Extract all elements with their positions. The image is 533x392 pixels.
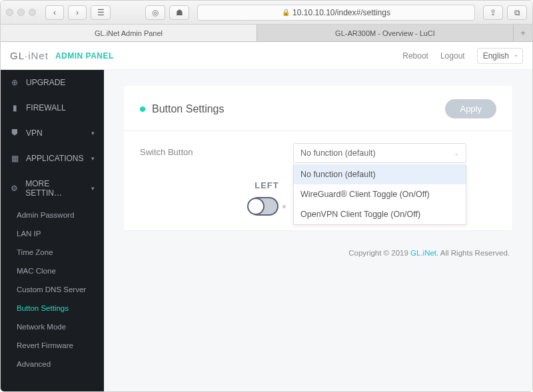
url-text: 10.10.10.10/index#/settings (292, 8, 390, 17)
app-header: GL·iNet ADMIN PANEL Reboot Logout Englis… (1, 42, 532, 70)
forward-button[interactable]: › (68, 5, 87, 20)
sidebar-sub-revert-firmware[interactable]: Revert Firmware (1, 336, 104, 355)
sidebar-sub-lan-ip[interactable]: LAN IP (1, 224, 104, 243)
language-select[interactable]: English (477, 48, 523, 64)
chevron-down-icon: ▾ (91, 185, 95, 192)
chevron-down-icon: ▾ (91, 155, 95, 162)
switch-button-select[interactable]: No function (default) (293, 143, 466, 163)
firewall-icon: ▮ (10, 103, 19, 112)
sidebar-sub-button-settings[interactable]: Button Settings (1, 299, 104, 317)
reboot-link[interactable]: Reboot (402, 51, 428, 61)
settings-card: Button Settings Apply Switch Button No f… (124, 86, 512, 230)
back-button[interactable]: ‹ (45, 5, 64, 20)
close-window-icon[interactable] (6, 9, 13, 16)
chevron-down-icon: ▾ (91, 130, 95, 136)
shield-icon: ⛊ (10, 128, 19, 138)
logout-link[interactable]: Logout (440, 51, 465, 61)
sidebar-sub-custom-dns[interactable]: Custom DNS Server (1, 280, 104, 299)
switch-button-label: Switch Button (140, 143, 293, 157)
minimize-window-icon[interactable] (17, 9, 25, 16)
sidebar-sub-network-mode[interactable]: Network Mode (1, 317, 104, 336)
sidebar-sub-admin-password[interactable]: Admin Password (1, 206, 104, 224)
dropdown-option[interactable]: OpenVPN Client Toggle (On/Off) (294, 204, 466, 224)
sidebar-sub-mac-clone[interactable]: MAC Clone (1, 262, 104, 280)
browser-tab-strip: GL.iNet Admin Panel GL-AR300M - Overview… (1, 25, 532, 42)
browser-toolbar: ‹ › ☰ ◎ ☗ 🔒 10.10.10.10/index#/settings … (1, 1, 532, 25)
content-area: Button Settings Apply Switch Button No f… (104, 70, 532, 392)
share-icon[interactable]: ⇪ (483, 5, 503, 20)
sidebar-sub-advanced[interactable]: Advanced (1, 355, 104, 373)
compass-icon[interactable]: ◎ (145, 5, 165, 20)
browser-tab[interactable]: GL-AR300M - Overview - LuCI (257, 25, 514, 41)
gear-icon: ⚙ (10, 184, 19, 193)
switch-button-dropdown: No function (default) WireGuard® Client … (293, 164, 466, 225)
privacy-icon[interactable]: ☗ (169, 5, 189, 20)
status-dot-icon (140, 106, 145, 112)
maximize-window-icon[interactable] (29, 9, 36, 16)
apps-icon: ▦ (10, 154, 19, 163)
upgrade-icon: ⊕ (10, 78, 19, 87)
sidebar-item-more-settings[interactable]: ⚙ MORE SETTIN… ▾ (1, 171, 104, 206)
sidebar-item-firewall[interactable]: ▮ FIREWALL (1, 95, 104, 120)
admin-panel-label: ADMIN PANEL (55, 51, 114, 61)
switch-left-icon (249, 196, 286, 217)
dropdown-option[interactable]: WireGuard® Client Toggle (On/Off) (294, 184, 466, 204)
sidebar-toggle-icon[interactable]: ☰ (91, 5, 111, 20)
tabs-icon[interactable]: ⧉ (507, 5, 527, 20)
sidebar-item-vpn[interactable]: ⛊ VPN ▾ (1, 120, 104, 146)
apply-button[interactable]: Apply (445, 99, 496, 118)
logo: GL·iNet (10, 50, 49, 61)
card-title: Button Settings (152, 103, 225, 115)
left-label: LEFT (255, 180, 279, 190)
url-bar[interactable]: 🔒 10.10.10.10/index#/settings (197, 5, 475, 21)
sidebar-sub-time-zone[interactable]: Time Zone (1, 243, 104, 262)
dropdown-option[interactable]: No function (default) (294, 164, 466, 184)
browser-tab[interactable]: GL.iNet Admin Panel (1, 25, 257, 41)
traffic-lights (6, 9, 36, 16)
footer: Copyright © 2019 GL.iNet. All Rights Res… (124, 249, 512, 257)
sidebar-item-upgrade[interactable]: ⊕ UPGRADE (1, 70, 104, 95)
divider (124, 130, 512, 131)
footer-link[interactable]: GL.iNet (410, 249, 436, 257)
sidebar: ⊕ UPGRADE ▮ FIREWALL ⛊ VPN ▾ ▦ APPLICATI… (1, 70, 104, 392)
sidebar-item-applications[interactable]: ▦ APPLICATIONS ▾ (1, 146, 104, 171)
new-tab-button[interactable]: + (514, 25, 532, 41)
lock-icon: 🔒 (282, 9, 290, 16)
